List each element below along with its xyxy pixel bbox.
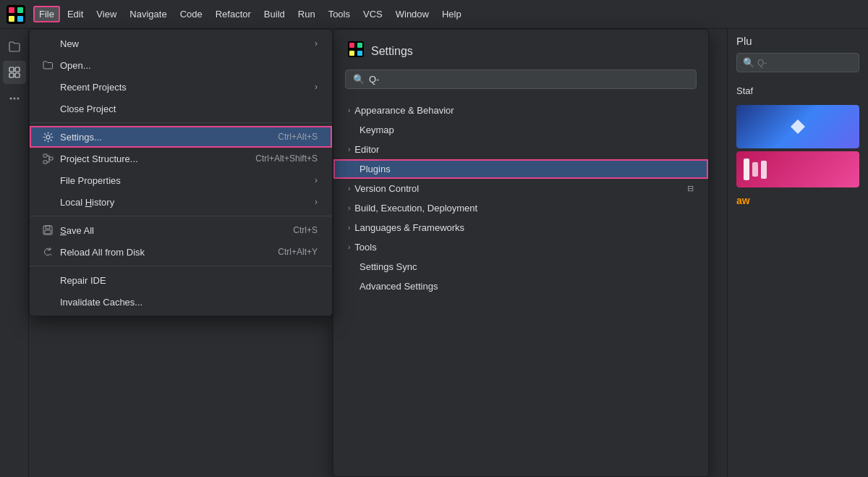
settings-nav-advanced[interactable]: Advanced Settings [333,277,708,296]
open-folder-icon [41,60,54,70]
menu-item-close-label: Close Project [60,104,318,114]
menu-item-close[interactable]: Close Project [30,98,332,119]
menu-view[interactable]: View [90,6,122,22]
settings-nav-keymap[interactable]: Keymap [333,120,708,140]
menu-edit[interactable]: Edit [61,6,89,22]
sidebar-icon-more[interactable] [3,87,26,110]
menu-item-repair[interactable]: Repair IDE [30,269,332,291]
save-all-icon [41,225,54,235]
settings-shortcut: Ctrl+Alt+S [278,132,318,142]
menu-item-local-history-label: Local History [60,197,315,208]
reload-shortcut: Ctrl+Alt+Y [278,247,318,257]
menu-code[interactable]: Code [174,6,208,22]
menu-item-reload[interactable]: Reload All from Disk Ctrl+Alt+Y [30,241,332,263]
settings-nav-plugins[interactable]: Plugins [333,159,708,179]
reload-icon [41,247,54,257]
settings-search-input[interactable] [369,74,689,85]
menu-window[interactable]: Window [390,6,435,22]
svg-rect-8 [15,73,20,77]
plugins-panel-title-clipped: Plu [728,29,868,53]
settings-nav-appearance[interactable]: › Appearance & Behavior [333,101,708,120]
plugins-staff-label: Staf [728,80,868,102]
menu-item-file-properties-label: File Properties [60,175,315,186]
plugins-search-input[interactable] [757,58,853,68]
version-control-badge: ⊟ [687,184,694,193]
menu-item-local-history[interactable]: Local History › [30,191,332,213]
svg-rect-2 [17,7,23,13]
menu-item-settings[interactable]: Settings... Ctrl+Alt+S [30,126,332,148]
editor-label: Editor [354,144,694,155]
menu-item-save-all[interactable]: Save All Ctrl+S [30,219,332,241]
file-properties-arrow-icon: › [315,175,318,185]
menu-item-project-structure[interactable]: Project Structure... Ctrl+Alt+Shift+S [30,148,332,169]
app-logo [6,4,26,25]
separator-3 [30,266,332,266]
languages-expand-icon: › [348,224,350,232]
settings-nav-tools[interactable]: › Tools [333,237,708,257]
menu-file[interactable]: File [33,6,60,22]
sidebar-icon-grid[interactable] [3,61,26,84]
settings-nav-build[interactable]: › Build, Execution, Deployment [333,198,708,218]
settings-nav-version-control[interactable]: › Version Control ⊟ [333,179,708,198]
menu-navigate[interactable]: Navigate [124,6,172,22]
settings-sync-label: Settings Sync [359,261,694,272]
settings-nav-settings-sync[interactable]: Settings Sync [333,257,708,277]
settings-search-box[interactable]: 🔍 [345,69,697,89]
sidebar-icon-folder[interactable] [3,35,26,58]
svg-rect-1 [9,7,14,13]
keymap-label: Keymap [359,124,694,135]
svg-rect-17 [46,226,50,229]
left-sidebar [0,29,29,477]
menu-tools[interactable]: Tools [323,6,356,22]
settings-title-icon [348,41,364,61]
menu-item-open-label: Open... [60,60,318,71]
svg-point-11 [17,98,19,100]
version-control-expand-icon: › [348,185,350,193]
settings-gear-icon [41,132,54,143]
menu-build[interactable]: Build [258,6,291,22]
menu-refactor[interactable]: Refactor [210,6,257,22]
tools-label: Tools [354,242,694,253]
menubar: File Edit View Navigate Code Refactor Bu… [0,0,868,29]
settings-nav-languages[interactable]: › Languages & Frameworks [333,218,708,237]
menu-item-invalidate[interactable]: Invalidate Caches... [30,291,332,313]
appearance-label: Appearance & Behavior [354,105,694,116]
svg-rect-20 [349,43,354,48]
settings-nav-editor[interactable]: › Editor [333,140,708,159]
menu-item-invalidate-label: Invalidate Caches... [60,297,318,308]
menu-item-recent[interactable]: Recent Projects › [30,76,332,98]
menu-item-save-all-label: Save All [60,225,264,236]
svg-rect-4 [17,16,23,22]
svg-rect-5 [9,67,14,72]
svg-rect-21 [357,43,362,48]
local-history-arrow-icon: › [315,197,318,207]
plugins-search-box[interactable]: 🔍 [736,53,859,72]
menu-vcs[interactable]: VCS [357,6,388,22]
settings-panel-title: Settings [371,45,413,58]
new-arrow-icon: › [315,38,318,48]
save-all-shortcut: Ctrl+S [293,225,318,235]
menu-item-new[interactable]: New › [30,33,332,54]
menu-item-file-properties[interactable]: File Properties › [30,169,332,191]
svg-rect-3 [9,16,14,22]
menu-item-open[interactable]: Open... [30,54,332,76]
file-dropdown-menu: New › Open... Recent Projects › Close Pr… [29,29,333,316]
menu-run[interactable]: Run [292,6,321,22]
svg-point-9 [9,98,12,100]
plugin-thumb-2 [736,151,859,187]
menu-item-new-label: New [60,38,315,49]
plugins-label: Plugins [359,164,694,174]
appearance-expand-icon: › [348,106,350,114]
svg-point-10 [13,98,15,100]
svg-rect-22 [349,51,354,56]
menu-item-project-structure-label: Project Structure... [60,153,226,164]
svg-rect-7 [9,73,14,77]
menu-help[interactable]: Help [436,6,467,22]
separator-1 [30,122,332,123]
version-control-label: Version Control [354,183,687,194]
svg-point-12 [46,135,50,139]
svg-rect-18 [45,230,51,234]
advanced-label: Advanced Settings [359,281,694,292]
plugin-thumb-1 [736,105,859,148]
svg-rect-6 [15,67,20,72]
